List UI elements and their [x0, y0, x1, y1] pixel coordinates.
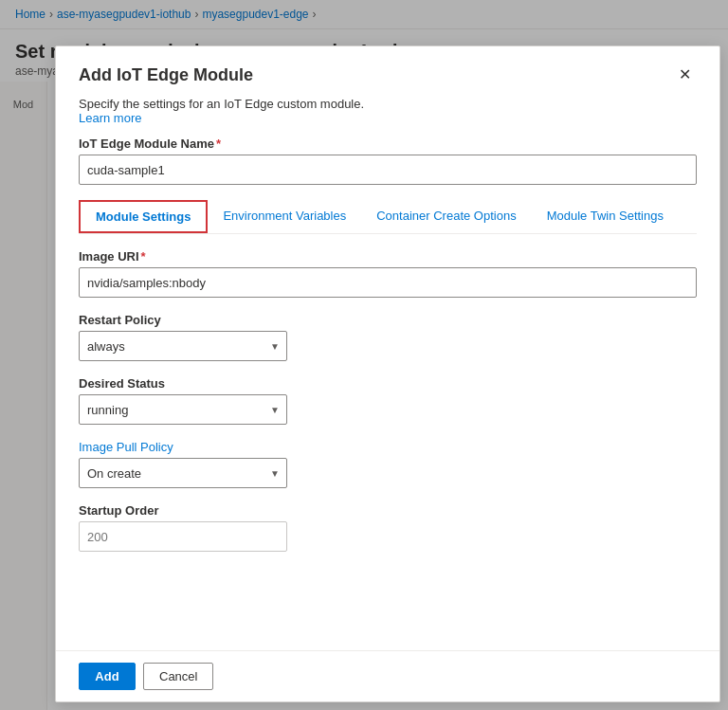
tab-bar: Module Settings Environment Variables Co…: [79, 200, 697, 234]
dialog-footer: Add Cancel: [56, 650, 719, 701]
cancel-button[interactable]: Cancel: [143, 663, 213, 690]
module-name-field: IoT Edge Module Name*: [79, 137, 697, 185]
add-button[interactable]: Add: [79, 663, 136, 690]
desired-status-label: Desired Status: [79, 376, 697, 391]
image-pull-policy-select[interactable]: On create Never: [79, 458, 287, 488]
dialog-title: Add IoT Edge Module: [79, 65, 253, 85]
startup-order-label: Startup Order: [79, 503, 697, 518]
startup-order-field: Startup Order: [79, 503, 697, 552]
desired-status-field: Desired Status running stopped ▼: [79, 376, 697, 425]
image-pull-policy-field: Image Pull Policy On create Never ▼: [79, 440, 697, 488]
image-uri-field: Image URI*: [79, 249, 697, 298]
tab-environment-variables[interactable]: Environment Variables: [208, 201, 361, 232]
restart-policy-wrapper: always on-failure on-unhealthy never ▼: [79, 331, 287, 361]
tab-module-twin-settings[interactable]: Module Twin Settings: [532, 201, 679, 232]
module-name-input[interactable]: [79, 155, 697, 185]
learn-more-link[interactable]: Learn more: [79, 111, 141, 125]
restart-policy-label: Restart Policy: [79, 313, 697, 327]
image-pull-policy-wrapper: On create Never ▼: [79, 458, 287, 488]
startup-order-input[interactable]: [79, 521, 287, 552]
tab-module-settings[interactable]: Module Settings: [79, 200, 208, 233]
image-uri-label: Image URI*: [79, 249, 697, 264]
tab-container-create-options[interactable]: Container Create Options: [361, 201, 531, 232]
dialog-description: Specify the settings for an IoT Edge cus…: [56, 97, 719, 137]
desired-status-select[interactable]: running stopped: [79, 394, 287, 425]
image-pull-policy-label: Image Pull Policy: [79, 440, 697, 454]
dialog-close-button[interactable]: ✕: [673, 65, 697, 84]
desired-status-wrapper: running stopped ▼: [79, 394, 287, 425]
dialog-header: Add IoT Edge Module ✕: [56, 46, 719, 97]
restart-policy-field: Restart Policy always on-failure on-unhe…: [79, 313, 697, 361]
dialog-body: IoT Edge Module Name* Module Settings En…: [56, 137, 719, 650]
image-uri-input[interactable]: [79, 267, 697, 298]
module-name-label: IoT Edge Module Name*: [79, 137, 697, 151]
add-iot-edge-module-dialog: Add IoT Edge Module ✕ Specify the settin…: [55, 46, 720, 702]
restart-policy-select[interactable]: always on-failure on-unhealthy never: [79, 331, 287, 361]
